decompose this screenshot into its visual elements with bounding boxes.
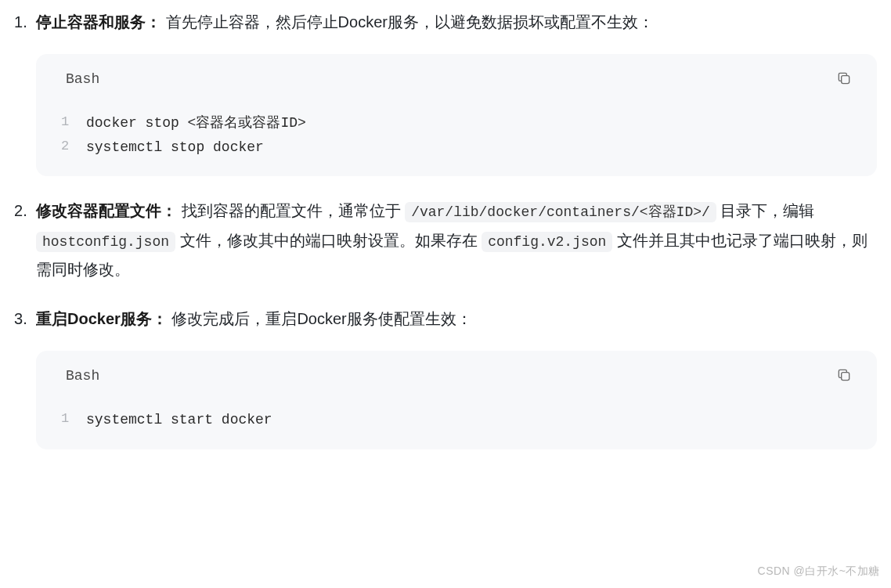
step-2: 修改容器配置文件： 找到容器的配置文件，通常位于 /var/lib/docker… xyxy=(14,197,877,284)
code-content: 1 docker stop <容器名或容器ID> 2 systemctl sto… xyxy=(36,100,877,176)
code-language-label: Bash xyxy=(66,67,99,92)
code-header: Bash xyxy=(36,351,877,397)
step-description: 首先停止容器，然后停止Docker服务，以避免数据损坏或配置不生效： xyxy=(166,13,654,31)
code-line: 1 systemctl start docker xyxy=(36,408,877,432)
copy-icon xyxy=(836,70,852,88)
copy-button[interactable] xyxy=(833,67,855,92)
code-block: Bash 1 systemctl start docker xyxy=(36,351,877,449)
line-number: 1 xyxy=(61,111,86,135)
step-description: 修改完成后，重启Docker服务使配置生效： xyxy=(171,310,471,327)
code-language-label: Bash xyxy=(66,363,99,389)
line-content: docker stop <容器名或容器ID> xyxy=(86,111,306,135)
line-number: 1 xyxy=(61,408,86,432)
copy-button[interactable] xyxy=(833,364,855,388)
step-title: 停止容器和服务 xyxy=(36,13,146,31)
inline-code-path: /var/lib/docker/containers/<容器ID>/ xyxy=(405,202,716,222)
step-1: 停止容器和服务： 首先停止容器，然后停止Docker服务，以避免数据损坏或配置不… xyxy=(14,8,877,176)
steps-list: 停止容器和服务： 首先停止容器，然后停止Docker服务，以避免数据损坏或配置不… xyxy=(14,8,877,449)
line-content: systemctl stop docker xyxy=(86,135,264,160)
code-line: 1 docker stop <容器名或容器ID> xyxy=(36,111,877,135)
code-content: 1 systemctl start docker xyxy=(36,397,877,449)
line-content: systemctl start docker xyxy=(86,408,272,432)
copy-icon xyxy=(836,367,852,385)
step-3: 重启Docker服务： 修改完成后，重启Docker服务使配置生效： Bash … xyxy=(14,305,877,449)
step-title: 重启Docker服务 xyxy=(36,310,152,327)
svg-rect-1 xyxy=(842,373,850,381)
code-line: 2 systemctl stop docker xyxy=(36,135,877,160)
svg-rect-0 xyxy=(842,76,850,84)
code-block: Bash 1 docker stop <容器名或容器ID> 2 systemct… xyxy=(36,54,877,176)
line-number: 2 xyxy=(61,135,86,160)
inline-code-configv2: config.v2.json xyxy=(482,232,612,252)
step-title: 修改容器配置文件 xyxy=(36,202,161,219)
code-header: Bash xyxy=(36,54,877,100)
inline-code-hostconfig: hostconfig.json xyxy=(36,232,175,252)
